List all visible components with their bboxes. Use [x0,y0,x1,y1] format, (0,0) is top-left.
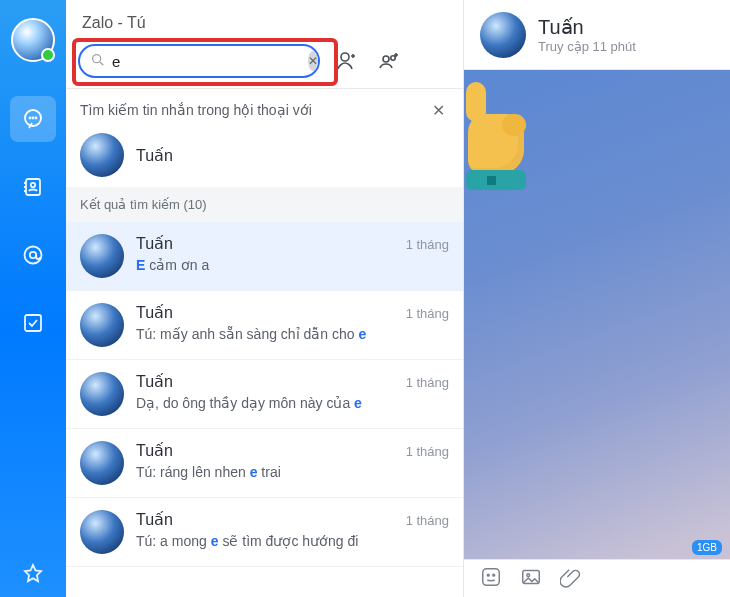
search-panel: Zalo - Tú ✕ Tìm kiếm tin nhắn trong hội … [66,0,464,597]
svg-point-1 [30,118,31,119]
svg-point-2 [33,118,34,119]
search-icon [90,52,106,71]
image-icon [520,566,542,588]
result-time: 1 tháng [406,237,449,252]
chat-title: Tuấn [538,15,636,39]
result-name: Tuấn [136,372,173,391]
nav-contacts[interactable] [10,164,56,210]
user-plus-icon [335,49,359,73]
attach-button[interactable] [560,566,582,591]
nav-star[interactable] [10,551,56,597]
nav-rail [0,0,66,597]
chat-pane: Tuấn Truy cập 11 phút 1GB [464,0,730,597]
avatar [80,441,124,485]
svg-point-3 [36,118,37,119]
upload-badge: 1GB [692,540,722,555]
svg-point-10 [341,53,349,61]
create-group-button[interactable] [374,46,404,76]
avatar [80,372,124,416]
search-suggest: Tìm kiếm tin nhắn trong hội thoại với ✕ … [66,88,463,187]
result-item[interactable]: Tuấn1 thángTú: a mong e sẽ tìm được hướn… [66,498,463,567]
svg-point-9 [93,54,101,62]
search-box[interactable]: ✕ [78,44,320,78]
star-icon [21,562,45,586]
my-avatar[interactable] [11,18,55,62]
result-message: Tú: a mong e sẽ tìm được hướng đi [136,533,449,549]
result-message: Dạ, do ông thầy dạy môn này của e [136,395,449,411]
suggest-person[interactable]: Tuấn [80,133,449,177]
result-item[interactable]: Tuấn1 thángTú: ráng lên nhen e trai [66,429,463,498]
result-time: 1 tháng [406,513,449,528]
contacts-icon [21,175,45,199]
result-item[interactable]: Tuấn1 thángDạ, do ông thầy dạy môn này c… [66,360,463,429]
mention-icon [21,243,45,267]
result-name: Tuấn [136,510,173,529]
result-name: Tuấn [136,303,173,322]
svg-rect-13 [483,569,500,586]
svg-point-14 [487,574,489,576]
chat-body[interactable] [464,70,730,559]
result-time: 1 tháng [406,375,449,390]
image-button[interactable] [520,566,542,591]
suggest-person-name: Tuấn [136,146,173,165]
avatar [80,133,124,177]
svg-point-11 [383,56,389,62]
result-message: Tú: ráng lên nhen e trai [136,464,449,480]
add-friend-button[interactable] [332,46,362,76]
avatar [80,234,124,278]
check-icon [21,311,45,335]
svg-point-15 [493,574,495,576]
result-message: E cảm ơn a [136,257,449,273]
suggest-heading: Tìm kiếm tin nhắn trong hội thoại với [80,102,312,118]
chat-avatar[interactable] [480,12,526,58]
result-item[interactable]: Tuấn1 thángE cảm ơn a [66,222,463,291]
chat-header: Tuấn Truy cập 11 phút [464,0,730,70]
svg-point-17 [527,574,530,577]
result-name: Tuấn [136,441,173,460]
nav-tasks[interactable] [10,300,56,346]
avatar [80,510,124,554]
chat-subtitle: Truy cập 11 phút [538,39,636,54]
chat-toolbar [464,559,730,597]
nav-chat[interactable] [10,96,56,142]
result-message: Tú: mấy anh sẵn sàng chỉ dẫn cho e [136,326,449,342]
svg-point-7 [30,252,36,258]
result-item[interactable]: Tuấn1 thángTú: mấy anh sẵn sàng chỉ dẫn … [66,291,463,360]
svg-point-5 [31,183,35,187]
search-input[interactable] [112,53,302,70]
svg-rect-8 [25,315,41,331]
app-title: Zalo - Tú [78,8,451,38]
close-suggest-button[interactable]: ✕ [427,99,449,121]
paperclip-icon [560,566,582,588]
results-list[interactable]: Tuấn1 thángE cảm ơn aTuấn1 thángTú: mấy … [66,222,463,597]
nav-mentions[interactable] [10,232,56,278]
result-time: 1 tháng [406,444,449,459]
clear-search-button[interactable]: ✕ [308,51,318,71]
result-name: Tuấn [136,234,173,253]
svg-point-12 [391,56,395,60]
avatar [80,303,124,347]
result-time: 1 tháng [406,306,449,321]
group-plus-icon [377,49,401,73]
sticker-button[interactable] [480,566,502,591]
results-header: Kết quả tìm kiếm (10) [66,187,463,222]
smiley-icon [480,566,502,588]
svg-point-6 [25,247,42,264]
chat-icon [21,107,45,131]
